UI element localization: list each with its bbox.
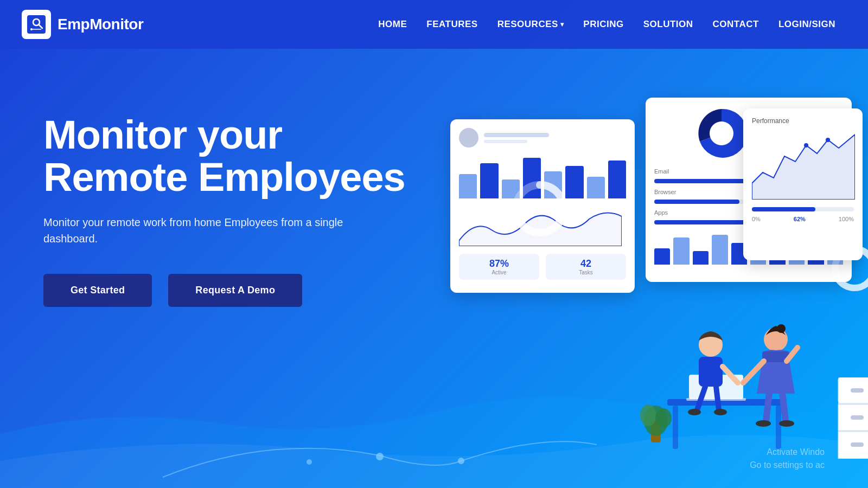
dashboard-card-3: Performance 0% 62% 100% — [743, 108, 863, 260]
svg-line-28 — [782, 393, 786, 421]
request-demo-button[interactable]: Request A Demo — [168, 274, 302, 307]
get-started-button[interactable]: Get Started — [43, 274, 152, 307]
hero-content: Monitor your Remote Employees Monitor yo… — [43, 92, 405, 307]
svg-point-34 — [655, 408, 672, 428]
nav-login[interactable]: LOGIN/SIGN — [778, 19, 835, 30]
svg-rect-12 — [776, 406, 781, 449]
svg-point-7 — [710, 121, 733, 145]
svg-point-3 — [30, 28, 33, 30]
hero-title: Monitor your Remote Employees — [43, 114, 405, 198]
svg-point-21 — [714, 409, 727, 415]
bar-8 — [608, 160, 626, 198]
navbar: EmpMonitor HOME FEATURES RESOURCES ▾ PRI… — [0, 0, 868, 49]
avatar — [459, 128, 478, 147]
profile-role-bar — [484, 140, 527, 143]
hero-section: Monitor your Remote Employees Monitor yo… — [0, 49, 868, 488]
illustration-people — [635, 253, 830, 461]
svg-point-29 — [756, 420, 771, 427]
resources-dropdown-icon: ▾ — [560, 21, 564, 28]
hero-buttons: Get Started Request A Demo — [43, 274, 405, 307]
activate-windows-watermark: Activate Windo Go to settings to ac — [750, 446, 825, 472]
svg-point-9 — [826, 138, 830, 142]
right-donut — [830, 244, 868, 295]
nav-links: HOME FEATURES RESOURCES ▾ PRICING SOLUTI… — [378, 19, 835, 30]
logo-icon — [22, 10, 51, 39]
svg-rect-42 — [851, 415, 864, 420]
svg-rect-0 — [27, 15, 46, 34]
nav-features[interactable]: FEATURES — [426, 19, 477, 30]
pie-chart — [694, 106, 749, 160]
svg-point-44 — [376, 453, 384, 460]
hero-subtitle: Monitor your remote work from home Emplo… — [43, 214, 347, 247]
page-wrapper: EmpMonitor HOME FEATURES RESOURCES ▾ PRI… — [0, 0, 868, 488]
svg-line-27 — [766, 393, 769, 421]
svg-line-19 — [716, 387, 719, 410]
donut-decoration — [510, 179, 570, 241]
nav-solution[interactable]: SOLUTION — [643, 19, 693, 30]
area-chart-2 — [752, 129, 855, 200]
nav-home[interactable]: HOME — [378, 19, 407, 30]
svg-rect-16 — [699, 357, 723, 387]
svg-point-46 — [307, 459, 312, 465]
bar-1 — [459, 174, 477, 198]
svg-rect-11 — [673, 406, 678, 449]
svg-point-33 — [640, 404, 656, 426]
brand-name: EmpMonitor — [58, 16, 143, 33]
stat-1: 87% Active — [459, 254, 539, 280]
svg-point-8 — [804, 143, 808, 147]
bar-2 — [480, 163, 498, 198]
filing-cabinet — [835, 377, 868, 461]
stat-2: 42 Tasks — [546, 254, 626, 280]
nav-pricing[interactable]: PRICING — [583, 19, 623, 30]
stats-row: 87% Active 42 Tasks — [459, 254, 626, 280]
svg-point-23 — [777, 324, 786, 333]
profile-info — [484, 133, 549, 143]
svg-point-45 — [458, 458, 464, 464]
bar-7 — [587, 177, 605, 198]
logo[interactable]: EmpMonitor — [22, 10, 143, 39]
nav-resources[interactable]: RESOURCES ▾ — [497, 19, 564, 30]
profile-name-bar — [484, 133, 549, 137]
svg-point-20 — [688, 409, 701, 415]
svg-rect-41 — [851, 388, 864, 393]
profile-row — [459, 128, 626, 147]
nav-contact[interactable]: CONTACT — [713, 19, 759, 30]
svg-rect-43 — [851, 442, 864, 447]
svg-point-30 — [779, 420, 794, 427]
